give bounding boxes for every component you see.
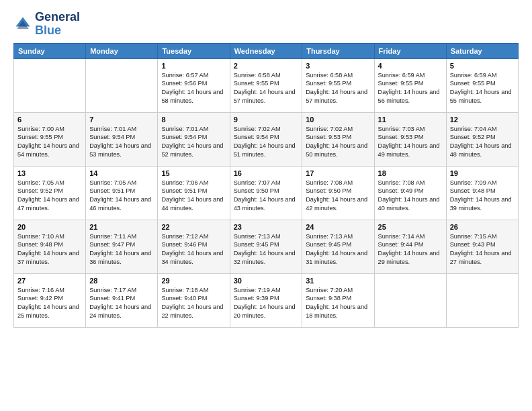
calendar-cell: 30Sunrise: 7:19 AM Sunset: 9:39 PM Dayli…	[230, 273, 302, 327]
day-number: 18	[378, 169, 443, 177]
day-info: Sunrise: 7:02 AM Sunset: 9:53 PM Dayligh…	[306, 125, 370, 160]
day-number: 2	[234, 62, 299, 70]
calendar-cell: 18Sunrise: 7:08 AM Sunset: 9:49 PM Dayli…	[374, 166, 446, 220]
logo-icon	[13, 15, 32, 34]
day-number: 6	[17, 116, 82, 124]
day-of-week-header: Sunday	[14, 43, 86, 58]
calendar-cell	[86, 58, 158, 112]
day-number: 28	[89, 277, 154, 285]
day-number: 26	[450, 223, 515, 231]
calendar-cell: 10Sunrise: 7:02 AM Sunset: 9:53 PM Dayli…	[302, 112, 374, 166]
day-of-week-header: Friday	[374, 43, 446, 58]
day-info: Sunrise: 6:59 AM Sunset: 9:55 PM Dayligh…	[450, 71, 515, 106]
day-info: Sunrise: 7:09 AM Sunset: 9:48 PM Dayligh…	[450, 179, 515, 214]
day-number: 8	[161, 116, 226, 124]
day-info: Sunrise: 7:11 AM Sunset: 9:47 PM Dayligh…	[89, 232, 154, 267]
calendar-cell: 27Sunrise: 7:16 AM Sunset: 9:42 PM Dayli…	[14, 273, 86, 327]
calendar-cell: 2Sunrise: 6:58 AM Sunset: 9:55 PM Daylig…	[230, 58, 302, 112]
day-number: 31	[306, 277, 370, 285]
calendar-cell: 24Sunrise: 7:13 AM Sunset: 9:45 PM Dayli…	[302, 220, 374, 273]
calendar-cell: 17Sunrise: 7:08 AM Sunset: 9:50 PM Dayli…	[302, 166, 374, 220]
day-number: 15	[161, 169, 226, 177]
day-number: 14	[89, 169, 154, 177]
day-info: Sunrise: 7:16 AM Sunset: 9:42 PM Dayligh…	[17, 286, 82, 321]
day-info: Sunrise: 7:13 AM Sunset: 9:45 PM Dayligh…	[234, 232, 299, 267]
calendar-cell	[14, 58, 86, 112]
day-number: 20	[17, 223, 82, 231]
day-number: 13	[17, 169, 82, 177]
day-of-week-header: Saturday	[446, 43, 518, 58]
day-info: Sunrise: 7:04 AM Sunset: 9:52 PM Dayligh…	[450, 125, 515, 160]
header: General Blue	[13, 11, 519, 38]
day-of-week-header: Thursday	[302, 43, 374, 58]
day-number: 17	[306, 169, 370, 177]
page: General Blue SundayMondayTuesdayWednesda…	[0, 0, 532, 411]
day-info: Sunrise: 6:59 AM Sunset: 9:55 PM Dayligh…	[378, 71, 443, 106]
day-info: Sunrise: 7:08 AM Sunset: 9:49 PM Dayligh…	[378, 179, 443, 214]
day-info: Sunrise: 7:01 AM Sunset: 9:54 PM Dayligh…	[89, 125, 154, 160]
day-number: 30	[234, 277, 299, 285]
day-info: Sunrise: 7:18 AM Sunset: 9:40 PM Dayligh…	[161, 286, 226, 321]
calendar-cell: 8Sunrise: 7:01 AM Sunset: 9:54 PM Daylig…	[158, 112, 230, 166]
day-info: Sunrise: 7:15 AM Sunset: 9:43 PM Dayligh…	[450, 232, 515, 267]
day-info: Sunrise: 7:12 AM Sunset: 9:46 PM Dayligh…	[161, 232, 226, 267]
calendar-cell: 9Sunrise: 7:02 AM Sunset: 9:54 PM Daylig…	[230, 112, 302, 166]
calendar-cell: 21Sunrise: 7:11 AM Sunset: 9:47 PM Dayli…	[86, 220, 158, 273]
logo-text: General Blue	[35, 11, 80, 38]
calendar-cell: 23Sunrise: 7:13 AM Sunset: 9:45 PM Dayli…	[230, 220, 302, 273]
calendar-cell: 14Sunrise: 7:05 AM Sunset: 9:51 PM Dayli…	[86, 166, 158, 220]
day-info: Sunrise: 6:58 AM Sunset: 9:55 PM Dayligh…	[306, 71, 370, 106]
day-info: Sunrise: 7:13 AM Sunset: 9:45 PM Dayligh…	[306, 232, 370, 267]
day-info: Sunrise: 7:00 AM Sunset: 9:55 PM Dayligh…	[17, 125, 82, 160]
day-info: Sunrise: 6:57 AM Sunset: 9:56 PM Dayligh…	[161, 71, 226, 106]
calendar-week-row: 1Sunrise: 6:57 AM Sunset: 9:56 PM Daylig…	[14, 58, 519, 112]
day-number: 11	[378, 116, 443, 124]
calendar-cell: 28Sunrise: 7:17 AM Sunset: 9:41 PM Dayli…	[86, 273, 158, 327]
day-number: 1	[161, 62, 226, 70]
day-info: Sunrise: 7:03 AM Sunset: 9:53 PM Dayligh…	[378, 125, 443, 160]
calendar-cell: 19Sunrise: 7:09 AM Sunset: 9:48 PM Dayli…	[446, 166, 518, 220]
day-info: Sunrise: 7:14 AM Sunset: 9:44 PM Dayligh…	[378, 232, 443, 267]
calendar-cell: 16Sunrise: 7:07 AM Sunset: 9:50 PM Dayli…	[230, 166, 302, 220]
calendar-cell: 6Sunrise: 7:00 AM Sunset: 9:55 PM Daylig…	[14, 112, 86, 166]
calendar-cell: 12Sunrise: 7:04 AM Sunset: 9:52 PM Dayli…	[446, 112, 518, 166]
calendar-cell: 3Sunrise: 6:58 AM Sunset: 9:55 PM Daylig…	[302, 58, 374, 112]
day-info: Sunrise: 7:08 AM Sunset: 9:50 PM Dayligh…	[306, 179, 370, 214]
day-info: Sunrise: 7:06 AM Sunset: 9:51 PM Dayligh…	[161, 179, 226, 214]
day-number: 19	[450, 169, 515, 177]
day-number: 27	[17, 277, 82, 285]
day-info: Sunrise: 7:05 AM Sunset: 9:52 PM Dayligh…	[17, 179, 82, 214]
calendar-week-row: 27Sunrise: 7:16 AM Sunset: 9:42 PM Dayli…	[14, 273, 519, 327]
day-info: Sunrise: 7:10 AM Sunset: 9:48 PM Dayligh…	[17, 232, 82, 267]
day-number: 21	[89, 223, 154, 231]
calendar-week-row: 6Sunrise: 7:00 AM Sunset: 9:55 PM Daylig…	[14, 112, 519, 166]
calendar-cell: 26Sunrise: 7:15 AM Sunset: 9:43 PM Dayli…	[446, 220, 518, 273]
day-number: 25	[378, 223, 443, 231]
logo: General Blue	[13, 11, 80, 38]
day-of-week-header: Wednesday	[230, 43, 302, 58]
calendar-cell: 20Sunrise: 7:10 AM Sunset: 9:48 PM Dayli…	[14, 220, 86, 273]
day-info: Sunrise: 7:20 AM Sunset: 9:38 PM Dayligh…	[306, 286, 370, 321]
day-info: Sunrise: 6:58 AM Sunset: 9:55 PM Dayligh…	[234, 71, 299, 106]
day-number: 7	[89, 116, 154, 124]
calendar-cell: 31Sunrise: 7:20 AM Sunset: 9:38 PM Dayli…	[302, 273, 374, 327]
day-info: Sunrise: 7:07 AM Sunset: 9:50 PM Dayligh…	[234, 179, 299, 214]
calendar-cell	[374, 273, 446, 327]
calendar-cell: 22Sunrise: 7:12 AM Sunset: 9:46 PM Dayli…	[158, 220, 230, 273]
day-info: Sunrise: 7:19 AM Sunset: 9:39 PM Dayligh…	[234, 286, 299, 321]
day-info: Sunrise: 7:17 AM Sunset: 9:41 PM Dayligh…	[89, 286, 154, 321]
calendar-cell: 13Sunrise: 7:05 AM Sunset: 9:52 PM Dayli…	[14, 166, 86, 220]
day-number: 10	[306, 116, 370, 124]
calendar-cell: 11Sunrise: 7:03 AM Sunset: 9:53 PM Dayli…	[374, 112, 446, 166]
calendar-cell: 29Sunrise: 7:18 AM Sunset: 9:40 PM Dayli…	[158, 273, 230, 327]
day-number: 29	[161, 277, 226, 285]
calendar-cell: 15Sunrise: 7:06 AM Sunset: 9:51 PM Dayli…	[158, 166, 230, 220]
calendar-cell: 1Sunrise: 6:57 AM Sunset: 9:56 PM Daylig…	[158, 58, 230, 112]
day-number: 24	[306, 223, 370, 231]
day-number: 16	[234, 169, 299, 177]
day-number: 3	[306, 62, 370, 70]
calendar-week-row: 20Sunrise: 7:10 AM Sunset: 9:48 PM Dayli…	[14, 220, 519, 273]
calendar-cell: 25Sunrise: 7:14 AM Sunset: 9:44 PM Dayli…	[374, 220, 446, 273]
calendar-week-row: 13Sunrise: 7:05 AM Sunset: 9:52 PM Dayli…	[14, 166, 519, 220]
day-of-week-header: Monday	[86, 43, 158, 58]
